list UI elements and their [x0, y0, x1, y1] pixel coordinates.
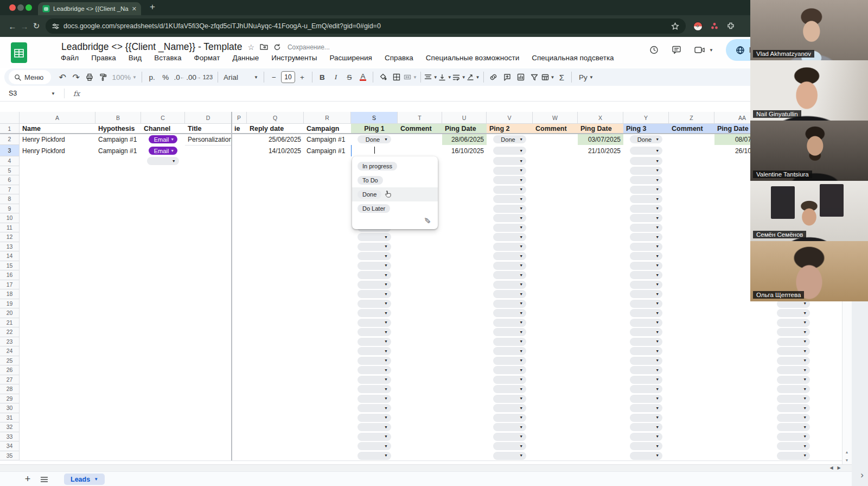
- cell[interactable]: [141, 299, 186, 310]
- chip-dropdown-icon[interactable]: ▼: [384, 254, 388, 258]
- cell[interactable]: [578, 194, 624, 205]
- empty-status-chip[interactable]: ▼: [358, 433, 391, 441]
- chip-dropdown-icon[interactable]: ▼: [803, 358, 807, 362]
- cell[interactable]: [304, 251, 352, 262]
- cell[interactable]: [578, 166, 624, 176]
- cell[interactable]: ▼: [487, 223, 533, 233]
- cell[interactable]: [20, 185, 96, 195]
- cell[interactable]: ▼: [623, 145, 669, 157]
- cell[interactable]: ▼: [623, 289, 669, 300]
- cell[interactable]: [578, 223, 624, 233]
- cell[interactable]: [232, 384, 247, 395]
- cell[interactable]: [669, 356, 715, 367]
- cell[interactable]: ▼: [770, 318, 817, 329]
- cell[interactable]: ▼: [351, 318, 398, 329]
- chip-dropdown-icon[interactable]: ▼: [172, 159, 176, 163]
- video-tile-1[interactable]: Vlad Akhmatzyanov: [750, 0, 868, 60]
- chip-dropdown-icon[interactable]: ▼: [384, 235, 388, 239]
- empty-status-chip[interactable]: ▼: [493, 224, 526, 232]
- cell[interactable]: [669, 213, 715, 224]
- cell[interactable]: [533, 185, 578, 195]
- row-header-18[interactable]: 18: [0, 289, 20, 299]
- cell[interactable]: [95, 384, 142, 395]
- cell[interactable]: [232, 261, 247, 272]
- cell[interactable]: ie: [232, 124, 247, 134]
- cell[interactable]: 21/10/2025: [578, 145, 624, 157]
- chip-dropdown-icon[interactable]: ▼: [519, 377, 523, 381]
- cell[interactable]: [304, 261, 352, 272]
- cell[interactable]: [95, 242, 142, 253]
- row-header-1[interactable]: 1: [0, 124, 20, 134]
- menu-специальные-возможности[interactable]: Специальные возможности: [425, 53, 520, 62]
- row-header-4[interactable]: 4: [0, 156, 20, 166]
- column-header-V[interactable]: V: [487, 112, 533, 124]
- cell[interactable]: [20, 280, 96, 291]
- cell[interactable]: [533, 318, 578, 329]
- cell[interactable]: [232, 327, 247, 338]
- cell[interactable]: [247, 289, 304, 300]
- table-views-button[interactable]: ▼: [541, 71, 555, 84]
- status-chip[interactable]: Email▼: [149, 135, 177, 143]
- horizontal-align-button[interactable]: ▼: [424, 71, 438, 84]
- cell[interactable]: [816, 422, 843, 433]
- column-header-R[interactable]: R: [304, 112, 351, 124]
- chip-dropdown-icon[interactable]: ▼: [384, 282, 388, 286]
- cell[interactable]: ▼: [623, 375, 669, 386]
- cell[interactable]: [304, 327, 352, 338]
- row-header-24[interactable]: 24: [0, 346, 20, 356]
- cell[interactable]: [304, 280, 352, 291]
- cell[interactable]: [533, 356, 578, 367]
- vertical-align-button[interactable]: ▼: [438, 71, 452, 84]
- chip-dropdown-icon[interactable]: ▼: [803, 387, 807, 391]
- chip-dropdown-icon[interactable]: ▼: [655, 415, 659, 419]
- chip-dropdown-icon[interactable]: ▼: [519, 159, 523, 163]
- collapse-panel-chevron-icon[interactable]: ›: [860, 470, 864, 481]
- cell[interactable]: [816, 441, 843, 452]
- cell[interactable]: [578, 308, 624, 319]
- cell[interactable]: ▼: [770, 422, 817, 433]
- cell[interactable]: ▼: [487, 213, 533, 224]
- cell[interactable]: ▼: [351, 232, 398, 243]
- cell[interactable]: [398, 346, 443, 357]
- cell[interactable]: Name: [20, 124, 96, 134]
- cell[interactable]: [232, 394, 247, 405]
- chip-dropdown-icon[interactable]: ▼: [655, 444, 659, 448]
- cell[interactable]: [20, 337, 96, 348]
- cell[interactable]: [714, 346, 771, 357]
- cell[interactable]: [533, 375, 578, 386]
- all-sheets-button[interactable]: [36, 476, 52, 483]
- insert-chart-button[interactable]: [514, 71, 527, 84]
- cell[interactable]: [247, 346, 304, 357]
- chip-dropdown-icon[interactable]: ▼: [803, 320, 807, 324]
- row-header-26[interactable]: 26: [0, 365, 20, 375]
- cell[interactable]: Campaign #1: [304, 145, 352, 157]
- cell[interactable]: [20, 223, 96, 233]
- cell[interactable]: [232, 134, 247, 146]
- cell[interactable]: [816, 451, 843, 462]
- column-header-T[interactable]: T: [398, 112, 442, 124]
- cell[interactable]: [442, 299, 487, 310]
- cell[interactable]: [20, 346, 96, 357]
- cell[interactable]: [398, 441, 443, 452]
- empty-status-chip[interactable]: ▼: [630, 309, 662, 317]
- cell[interactable]: [304, 422, 352, 433]
- cell[interactable]: [185, 375, 232, 386]
- cell[interactable]: [398, 280, 443, 291]
- cell[interactable]: [442, 432, 487, 443]
- cell[interactable]: [578, 356, 624, 367]
- cell[interactable]: [304, 451, 352, 462]
- cell[interactable]: Campaign #1: [95, 145, 142, 157]
- cell[interactable]: ▼: [487, 204, 533, 214]
- empty-status-chip[interactable]: ▼: [493, 357, 526, 365]
- star-icon[interactable]: ☆: [247, 43, 254, 52]
- cell[interactable]: [247, 422, 304, 433]
- chip-dropdown-icon[interactable]: ▼: [803, 444, 807, 448]
- empty-status-chip[interactable]: ▼: [358, 423, 391, 431]
- chip-dropdown-icon[interactable]: ▼: [519, 137, 523, 141]
- row-header-8[interactable]: 8: [0, 194, 20, 204]
- cell[interactable]: ▼: [623, 194, 669, 205]
- cell[interactable]: [398, 308, 443, 319]
- cell[interactable]: [442, 441, 487, 452]
- chip-dropdown-icon[interactable]: ▼: [655, 368, 659, 372]
- menu-инструменты[interactable]: Инструменты: [270, 53, 318, 62]
